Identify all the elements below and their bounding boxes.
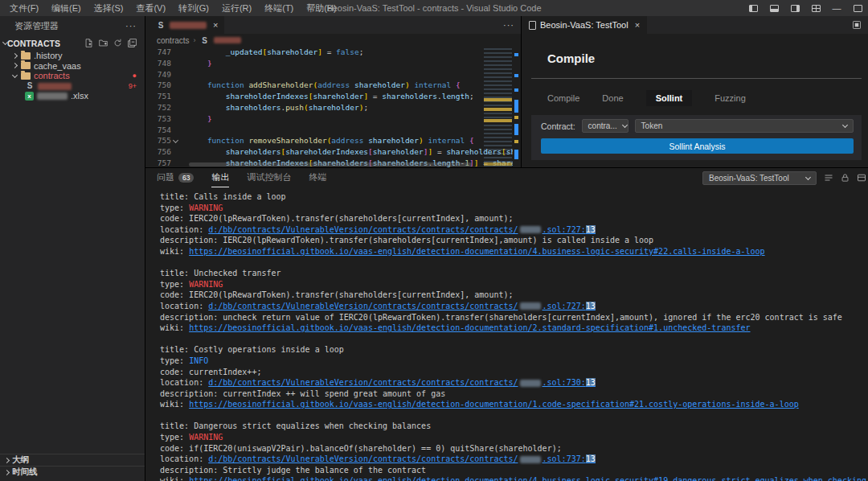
menu-item[interactable]: 查看(V) (129, 0, 172, 16)
code-line: 752 shareholders.push(shareholder); (145, 102, 521, 113)
tree-item-.history[interactable]: .history (0, 51, 145, 61)
panel-tab-问题[interactable]: 问题63 (157, 168, 194, 187)
new-file-icon[interactable] (84, 39, 93, 47)
panel-tab-label: 终端 (309, 171, 326, 183)
window-controls: — (743, 0, 868, 16)
code-text: } (180, 58, 521, 69)
tree-item-.xlsx[interactable]: x.xlsx (0, 91, 145, 101)
wiki-link[interactable]: https://beosinofficial.gitbook.io/vaas-e… (189, 323, 750, 332)
new-folder-icon[interactable] (99, 39, 108, 47)
menu-item[interactable]: 转到(G) (172, 0, 215, 16)
panel-tab-label: 调试控制台 (247, 171, 291, 183)
toggle-panel-icon[interactable] (764, 0, 784, 16)
menu-item[interactable]: 文件(F) (3, 0, 45, 16)
overview-ruler (513, 47, 521, 167)
extension-panel: Beosin-VaaS: TestTool × Compile CompileD… (522, 16, 868, 167)
lock-icon[interactable] (841, 173, 850, 183)
contract-label: Contract: (541, 121, 575, 131)
code-line: 756 shareholders[shareholderIndexes[shar… (145, 146, 521, 158)
breadcrumb[interactable]: contracts › S (145, 34, 521, 47)
location-link[interactable]: d:/bb/contracts/VulnerableVersion/contra… (208, 225, 596, 234)
tab-beosin-vaas-testtool[interactable]: Beosin-VaaS: TestTool × (522, 16, 648, 34)
location-link[interactable]: d:/bb/contracts/VulnerableVersion/contra… (208, 454, 596, 463)
menu-item[interactable]: 选择(S) (88, 0, 130, 16)
folder-icon (21, 72, 31, 80)
contract-select[interactable]: contra... (582, 119, 628, 133)
output-line: description: uncheck return value of IER… (160, 312, 868, 323)
compile-tabs: CompileDoneSollintFuzzing (547, 90, 858, 106)
collapse-all-icon[interactable] (128, 39, 137, 47)
token-select[interactable]: Token (635, 119, 854, 133)
close-icon[interactable]: × (213, 20, 218, 30)
output-line: title: Calls inside a loop (160, 191, 868, 203)
line-number: 750 (145, 80, 171, 91)
location-link[interactable]: d:/bb/contracts/VulnerableVersion/contra… (208, 378, 596, 387)
sollint-analysis-button[interactable]: Sollint Analysis (541, 138, 854, 154)
section-label: 时间线 (12, 467, 38, 478)
title-bar: 文件(F)编辑(E)选择(S)查看(V)转到(G)运行(R)终端(T)帮助(H)… (0, 0, 868, 16)
tab-sollint[interactable]: Sollint (646, 90, 693, 106)
panel-tab-终端[interactable]: 终端 (309, 168, 326, 187)
chevron-right-icon (4, 457, 10, 462)
excel-file-icon: x (25, 92, 34, 101)
code-editor[interactable]: 747 _updated[shareholder] = false;748 }7… (145, 47, 521, 167)
section-contracts[interactable]: CONTRACTS (0, 35, 145, 51)
file-label: contracts (34, 71, 70, 81)
tab-done[interactable]: Done (602, 90, 623, 106)
solidity-file-icon: S (200, 36, 210, 45)
code-text: function addShareholder(address sharehol… (180, 80, 521, 91)
wiki-link[interactable]: https://beosinofficial.gitbook.io/vaas-e… (189, 247, 764, 256)
fold-indicator[interactable] (171, 135, 180, 146)
toggle-secondary-sidebar-icon[interactable] (784, 0, 805, 16)
maximize-panel-icon[interactable] (857, 173, 866, 183)
redacted-breadcrumb-item (214, 37, 241, 43)
folder-icon (21, 62, 31, 69)
output-line: wiki: https://beosinofficial.gitbook.io/… (160, 475, 868, 481)
section-时间线[interactable]: 时间线 (0, 466, 145, 478)
customize-layout-icon[interactable] (805, 0, 826, 16)
location-link[interactable]: d:/bb/contracts/VulnerableVersion/contra… (208, 302, 596, 310)
chevron-right-icon: › (194, 36, 196, 44)
minimize-button[interactable]: — (826, 0, 847, 16)
line-number: 749 (145, 69, 171, 80)
editor-more-actions-icon[interactable]: ··· (503, 16, 521, 34)
tree-item-redacted[interactable]: S9+ (0, 81, 145, 92)
chevron-right-icon (12, 63, 18, 68)
clear-output-icon[interactable] (824, 173, 833, 183)
line-number: 753 (145, 113, 171, 125)
refresh-icon[interactable] (113, 39, 122, 47)
section-大纲[interactable]: 大纲 (0, 454, 145, 466)
menu-item[interactable]: 终端(T) (258, 0, 300, 16)
output-line: type: WARNING (160, 279, 868, 290)
tab-fuzzing[interactable]: Fuzzing (714, 90, 746, 106)
tab-compile[interactable]: Compile (547, 90, 579, 106)
toggle-sidebar-icon[interactable] (743, 0, 764, 16)
split-editor-icon[interactable] (852, 16, 868, 34)
output-line: title: Dangerous strict equalizes when c… (160, 421, 868, 432)
explorer-more-actions-icon[interactable]: ··· (125, 21, 137, 31)
tree-item-cache_vaas[interactable]: cache_vaas (0, 61, 145, 72)
chevron-down-icon (805, 174, 811, 179)
maximize-button[interactable] (847, 0, 868, 16)
file-label: .xlsx (71, 91, 88, 101)
panel-tab-调试控制台[interactable]: 调试控制台 (247, 168, 291, 187)
tree-item-contracts[interactable]: contracts● (0, 71, 145, 81)
output-line: type: WARNING (160, 203, 868, 214)
wiki-link[interactable]: https://beosinofficial.gitbook.io/vaas-e… (189, 476, 868, 481)
panel-tab-bar: 问题63输出调试控制台终端 Beosin-VaaS: TestTool (145, 168, 868, 187)
fold-indicator (171, 102, 180, 113)
finding-block: title: Calls inside a looptype: WARNINGc… (160, 191, 868, 257)
output-console[interactable]: title: Calls inside a looptype: WARNINGc… (145, 187, 868, 481)
menu-item[interactable]: 编辑(E) (45, 0, 88, 16)
close-icon[interactable]: × (635, 20, 640, 30)
menu-item[interactable]: 运行(R) (215, 0, 258, 16)
minimap[interactable] (484, 48, 512, 167)
output-line: wiki: https://beosinofficial.gitbook.io/… (160, 246, 868, 257)
panel-tab-输出[interactable]: 输出 (211, 168, 229, 187)
editor-tab-solidity-file[interactable]: S × (145, 16, 225, 34)
horizontal-scrollbar[interactable] (189, 162, 472, 166)
wiki-link[interactable]: https://beosinofficial.gitbook.io/vaas-e… (189, 400, 799, 409)
code-text: } (180, 113, 521, 125)
code-line: 751 shareholderIndexes[shareholder] = sh… (145, 91, 521, 102)
output-channel-select[interactable]: Beosin-VaaS: TestTool (702, 171, 817, 185)
